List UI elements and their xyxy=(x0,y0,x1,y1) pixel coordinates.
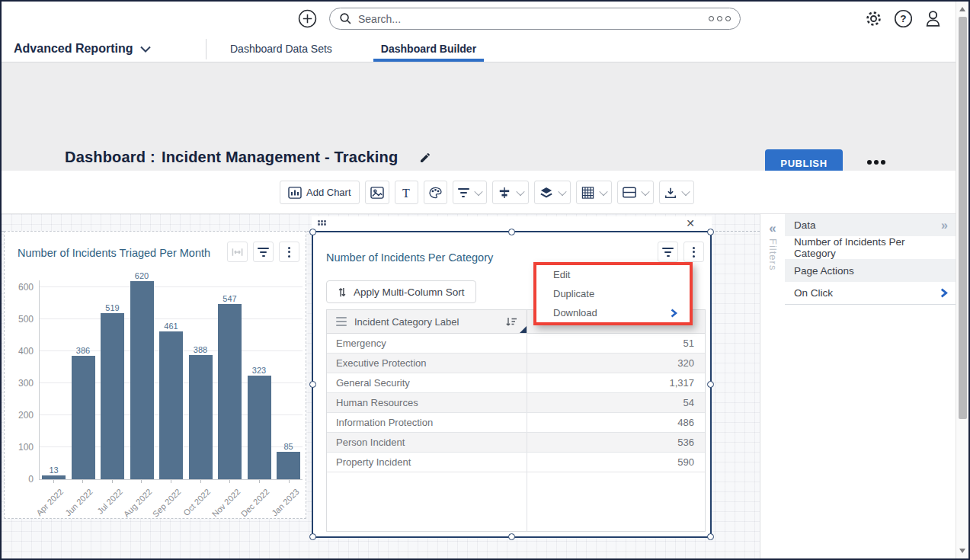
grid-table-dropdown-button[interactable] xyxy=(576,181,612,204)
bar-column[interactable]: 519 xyxy=(101,303,124,479)
table-row[interactable]: General Security1,317 xyxy=(327,373,705,393)
table-filter-button[interactable] xyxy=(658,242,678,262)
add-text-button[interactable]: T xyxy=(395,181,418,204)
collapse-panel-icon[interactable]: « xyxy=(760,222,785,235)
panel-item-on-click[interactable]: On Click xyxy=(785,282,957,305)
bar-column[interactable]: 388 xyxy=(189,345,213,479)
drag-handle-icon[interactable] xyxy=(318,220,327,226)
resize-handle[interactable] xyxy=(309,229,316,235)
sort-button-label: Apply Multi-Column Sort xyxy=(354,286,465,298)
table-row[interactable]: Executive Protection320 xyxy=(327,354,705,373)
resize-width-button[interactable] xyxy=(227,242,248,262)
chart-plot: 0100200300400500600133865196204613885473… xyxy=(39,280,303,480)
chart-widget[interactable]: Number of Incidents Triaged Per Month 01… xyxy=(4,231,306,519)
table-header-cell[interactable]: Incident Category Label xyxy=(327,310,527,333)
add-icon[interactable] xyxy=(298,9,317,28)
resize-handle[interactable] xyxy=(309,533,316,540)
user-profile-icon[interactable] xyxy=(924,9,943,28)
bar-column[interactable]: 323 xyxy=(248,366,271,479)
nav-bar: Advanced Reporting Dashboard Data SetsDa… xyxy=(2,36,957,62)
resize-handle[interactable] xyxy=(309,381,316,388)
add-chart-button[interactable]: Add Chart xyxy=(280,181,360,204)
resize-handle[interactable] xyxy=(707,533,714,540)
bar-column[interactable]: 85 xyxy=(277,442,300,479)
filter-dropdown-button[interactable] xyxy=(453,181,487,204)
resize-handle[interactable] xyxy=(707,381,714,388)
bar[interactable] xyxy=(218,304,242,479)
alignment-dropdown-button[interactable] xyxy=(492,181,529,204)
bar[interactable] xyxy=(248,376,271,479)
resize-handle[interactable] xyxy=(508,229,515,235)
chevron-down-icon xyxy=(474,187,482,195)
download-dropdown-button[interactable] xyxy=(659,181,694,204)
panel-item-page-actions[interactable]: Page Actions xyxy=(785,259,957,282)
tab-dashboard-builder[interactable]: Dashboard Builder xyxy=(373,36,484,62)
tab-dashboard-data-sets[interactable]: Dashboard Data Sets xyxy=(222,36,340,62)
search-bar[interactable] xyxy=(329,8,741,30)
menu-item-edit[interactable]: Edit xyxy=(536,265,690,284)
table-row[interactable]: Information Protection486 xyxy=(327,413,705,433)
chevron-right-icon xyxy=(940,288,948,298)
resize-handle[interactable] xyxy=(508,533,515,540)
y-axis-tick-label: 0 xyxy=(8,474,34,485)
settings-gear-icon[interactable] xyxy=(864,9,883,28)
layout-dropdown-button[interactable] xyxy=(617,181,654,204)
bar-column[interactable]: 461 xyxy=(159,322,183,479)
data-panel-header: Data » xyxy=(785,214,957,236)
x-axis-slot: Oct 2022 xyxy=(188,480,212,520)
bar-column[interactable]: 620 xyxy=(130,271,154,479)
bar-column[interactable]: 13 xyxy=(42,466,66,479)
bar-column[interactable]: 547 xyxy=(218,294,242,479)
scrollbar-thumb[interactable] xyxy=(959,17,967,419)
more-options-button[interactable] xyxy=(867,160,885,165)
sort-ascending-icon[interactable] xyxy=(505,317,517,327)
add-image-button[interactable] xyxy=(365,181,389,204)
chart-bars: 1338651962046138854732385 xyxy=(40,280,303,479)
bar-value-label: 323 xyxy=(252,366,266,375)
nav-tabs: Dashboard Data SetsDashboard Builder xyxy=(222,36,484,62)
filters-panel-collapsed[interactable]: « Filters xyxy=(760,213,785,558)
bar[interactable] xyxy=(159,331,183,479)
bar[interactable] xyxy=(101,313,124,479)
bar[interactable] xyxy=(189,355,213,479)
panel-item-number-of-incidents-per-category[interactable]: Number of Incidents Per Category xyxy=(785,236,957,259)
app-menu-dropdown[interactable]: Advanced Reporting xyxy=(14,36,151,62)
table-row[interactable]: Person Incident536 xyxy=(327,433,705,453)
menu-item-duplicate[interactable]: Duplicate xyxy=(536,284,690,303)
table-row[interactable]: Property Incident590 xyxy=(327,453,705,472)
data-panel: Data » Number of Incidents Per CategoryP… xyxy=(785,213,957,558)
bar[interactable] xyxy=(277,452,300,479)
y-axis-tick-label: 400 xyxy=(8,346,34,357)
bar[interactable] xyxy=(42,475,66,479)
table-row[interactable]: Emergency51 xyxy=(327,334,705,354)
bar-column[interactable]: 386 xyxy=(72,346,95,479)
close-widget-icon[interactable]: ✕ xyxy=(686,217,695,230)
category-cell: Person Incident xyxy=(327,433,527,452)
search-options-icon[interactable] xyxy=(709,16,731,21)
chart-filter-button[interactable] xyxy=(253,242,274,262)
help-icon[interactable]: ? xyxy=(894,9,913,28)
page-title: Dashboard : Incident Management - Tracki… xyxy=(65,149,431,166)
bar[interactable] xyxy=(130,281,154,479)
expand-panel-icon[interactable]: » xyxy=(941,219,948,232)
layers-dropdown-button[interactable] xyxy=(534,181,571,204)
theme-palette-button[interactable] xyxy=(424,181,447,204)
vertical-scrollbar[interactable] xyxy=(956,2,968,558)
search-input[interactable] xyxy=(358,13,703,25)
edit-title-pencil-icon[interactable] xyxy=(419,152,431,164)
column-resize-corner[interactable] xyxy=(520,326,527,333)
filter-icon xyxy=(258,248,269,257)
chart-menu-button[interactable] xyxy=(279,242,299,262)
multi-column-sort-button[interactable]: Apply Multi-Column Sort xyxy=(326,280,476,303)
scroll-down-arrow[interactable] xyxy=(959,549,965,553)
table-row[interactable]: Human Resources54 xyxy=(327,393,705,413)
bar-value-label: 547 xyxy=(222,294,236,303)
x-axis-slot: Dec 2022 xyxy=(247,480,271,520)
resize-handle[interactable] xyxy=(707,229,714,235)
count-cell: 54 xyxy=(527,393,705,412)
bar[interactable] xyxy=(72,356,95,479)
table-menu-button[interactable] xyxy=(683,242,704,262)
scroll-up-arrow[interactable] xyxy=(959,7,965,11)
data-panel-title: Data xyxy=(794,219,816,231)
menu-item-download[interactable]: Download xyxy=(536,303,690,322)
